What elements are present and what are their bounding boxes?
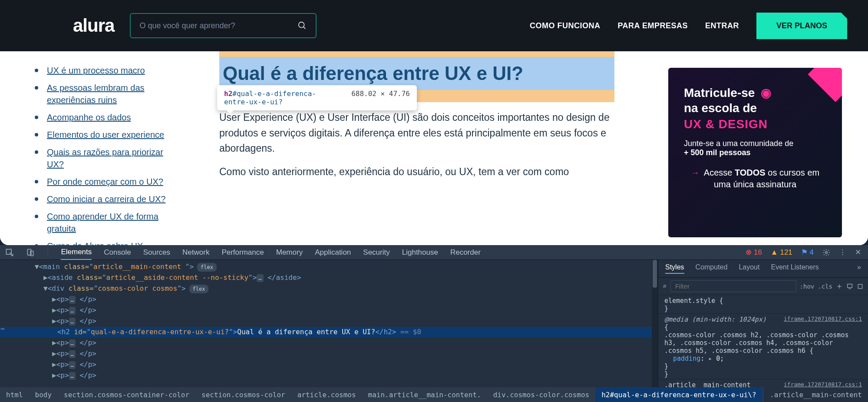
devtools-panel: | Elements Console Sources Network Perfo… (0, 245, 868, 402)
gear-icon[interactable] (822, 249, 830, 256)
box-icon[interactable] (857, 283, 864, 290)
promo-line: →Acesse TODOS os cursos em uma única ass… (684, 167, 826, 190)
page-viewport: alura O que você quer aprender? COMO FUN… (0, 0, 868, 245)
tab-elements[interactable]: Elements (61, 245, 92, 260)
breadcrumb-item[interactable]: section.cosmos-color (195, 387, 291, 402)
toc-item[interactable]: UX é um processo macro (35, 64, 180, 76)
tooltip-id: #qual-e-a-diferenca-entre-ux-e-ui? (224, 90, 316, 106)
styles-filter-bar: ⌕ :hov .cls (658, 278, 868, 295)
search-input[interactable]: O que você quer aprender? (130, 13, 317, 38)
flex-badge[interactable]: flex (189, 285, 209, 293)
elements-tree[interactable]: ▼<main class="article__main-content ">fl… (0, 260, 658, 390)
styles-filter-input[interactable] (670, 280, 796, 292)
tab-sources[interactable]: Sources (143, 246, 170, 259)
close-icon[interactable]: ✕ (855, 248, 861, 257)
tab-event-listeners[interactable]: Event Listeners (771, 263, 818, 274)
arrow-right-icon: → (691, 168, 700, 177)
site-header: alura O que você quer aprender? COMO FUN… (0, 0, 868, 51)
css-rule[interactable]: element.style { } (658, 295, 868, 314)
toc-item[interactable]: As pessoas lembram das experiências ruin… (35, 82, 180, 106)
tab-security[interactable]: Security (363, 246, 389, 259)
article-body: Isso envolve a experiência de produto, a… (193, 51, 632, 245)
filter-icon: ⌕ (663, 282, 667, 290)
search-placeholder: O que você quer aprender? (139, 21, 297, 30)
article-paragraph: Como visto anteriormente, experiência do… (219, 164, 614, 180)
hov-toggle[interactable]: :hov (800, 283, 815, 290)
kebab-menu-icon[interactable]: ⋮ (839, 248, 846, 257)
breadcrumb-item[interactable]: html (0, 387, 29, 402)
svg-line-1 (304, 27, 306, 29)
promo-card[interactable]: Matricule-se ◉ na escola de UX & DESIGN … (668, 68, 842, 237)
tab-computed[interactable]: Computed (696, 263, 728, 274)
inspect-element-icon[interactable] (5, 248, 14, 257)
toc-item[interactable]: Curso da Alura sobre UX (35, 240, 180, 245)
eye-icon: ◉ (761, 85, 771, 100)
issues-badge[interactable]: ⚑ 4 (801, 248, 814, 257)
breadcrumb-overflow[interactable]: .article__main-content (764, 387, 868, 402)
dom-breadcrumb: html body section.cosmos-container-color… (0, 387, 868, 402)
toc-item[interactable]: Como iniciar a carreira de UX? (35, 193, 180, 205)
toc-item[interactable]: Quais as razões para priorizar UX? (35, 146, 180, 170)
breadcrumb-item[interactable]: body (29, 387, 58, 402)
primary-nav: COMO FUNCIONA PARA EMPRESAS ENTRAR VER P… (530, 13, 847, 39)
scrollbar-thumb[interactable] (653, 260, 657, 288)
search-icon (297, 21, 307, 30)
devtools-status: ⊗ 16 ▲ 121 ⚑ 4 ⋮ ✕ (746, 248, 868, 257)
tab-styles[interactable]: Styles (665, 263, 684, 274)
svg-rect-8 (848, 284, 852, 287)
promo-line: Junte-se a uma comunidade de+ 500 mil pe… (684, 139, 826, 157)
scrollbar[interactable] (652, 260, 658, 390)
svg-point-0 (299, 22, 304, 28)
tooltip-dimensions: 688.02 × 47.76 (351, 90, 410, 98)
cls-toggle[interactable]: .cls (818, 283, 832, 290)
ver-planos-button[interactable]: VER PLANOS (756, 13, 847, 39)
css-source-link[interactable]: iframe.1720710817.css:1 (784, 381, 862, 388)
toc-item[interactable]: Por onde começar com o UX? (35, 176, 180, 188)
breadcrumb-item[interactable]: section.cosmos-container-color (58, 387, 195, 402)
table-of-contents: UX é um processo macro As pessoas lembra… (0, 51, 193, 245)
more-tabs-icon[interactable]: » (857, 263, 861, 274)
toc-item[interactable]: Como aprender UX de forma gratuita (35, 210, 180, 235)
svg-point-5 (825, 251, 828, 253)
toc-item[interactable]: Elementos do user experience (35, 129, 180, 141)
css-rule[interactable]: @media (min-width: 1024px)iframe.1720710… (658, 314, 868, 379)
promo-line: na escola de (684, 100, 826, 116)
device-icon[interactable] (846, 283, 853, 290)
tab-recorder[interactable]: Recorder (450, 246, 481, 259)
styles-panel: Styles Computed Layout Event Listeners »… (658, 260, 868, 390)
nav-para-empresas[interactable]: PARA EMPRESAS (617, 21, 688, 30)
logo[interactable]: alura (73, 15, 114, 36)
tree-ellipsis-icon: ⋯ (1, 325, 4, 332)
toc-item[interactable]: Acompanhe os dados (35, 111, 180, 123)
tab-layout[interactable]: Layout (739, 263, 759, 274)
promo-line: Matricule-se ◉ (684, 85, 826, 100)
selected-dom-node[interactable]: <h2 id="qual-e-a-diferenca-entre-ux-e-ui… (0, 327, 658, 338)
tab-console[interactable]: Console (104, 246, 131, 259)
devtools-tabbar: | Elements Console Sources Network Perfo… (0, 245, 868, 260)
breadcrumb-item[interactable]: article.cosmos (291, 387, 362, 402)
styles-tabs: Styles Computed Layout Event Listeners » (658, 260, 868, 278)
nav-entrar[interactable]: ENTRAR (705, 21, 739, 30)
nav-como-funciona[interactable]: COMO FUNCIONA (530, 21, 601, 30)
article-paragraph: User Experience (UX) e User Interface (U… (219, 110, 614, 156)
tab-network[interactable]: Network (182, 246, 209, 259)
svg-rect-10 (858, 284, 862, 288)
new-rule-icon[interactable] (836, 283, 843, 290)
css-source-link[interactable]: iframe.1720710817.css:1 (784, 316, 862, 322)
breadcrumb-item[interactable]: div.cosmos-color.cosmos (487, 387, 596, 402)
tab-performance[interactable]: Performance (221, 246, 264, 259)
element-inspect-tooltip: h2#qual-e-a-diferenca-entre-ux-e-ui? 688… (217, 85, 417, 110)
breadcrumb-item[interactable]: main.article__main-content. (362, 387, 487, 402)
flex-badge[interactable]: flex (197, 263, 217, 272)
tab-memory[interactable]: Memory (276, 246, 303, 259)
tab-application[interactable]: Application (315, 246, 351, 259)
promo-line: UX & DESIGN (684, 117, 826, 131)
breadcrumb-item-selected[interactable]: h2#qual-e-a-diferenca-entre-ux-e-ui\? (595, 387, 762, 402)
tab-lighthouse[interactable]: Lighthouse (402, 246, 438, 259)
warnings-badge[interactable]: ▲ 121 (771, 248, 792, 257)
tooltip-tag: h2 (224, 90, 232, 98)
errors-badge[interactable]: ⊗ 16 (746, 248, 762, 257)
device-toolbar-icon[interactable] (26, 248, 35, 257)
